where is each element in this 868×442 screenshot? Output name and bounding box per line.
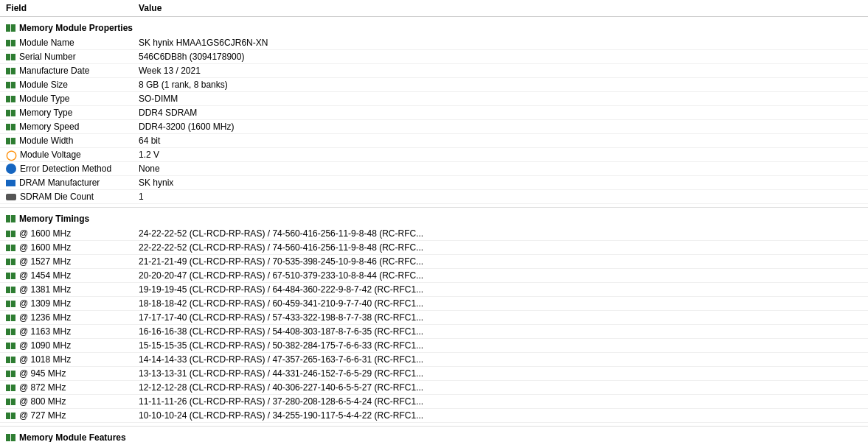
voltage-icon: ◯ <box>6 150 16 160</box>
section-title-memory-timings: Memory Timings <box>19 214 89 224</box>
field-sdram-die-count: SDRAM Die Count <box>6 192 139 202</box>
value-sdram-die-count: 1 <box>139 192 862 202</box>
table-row: @ 1018 MHz 14-14-14-33 (CL-RCD-RP-RAS) /… <box>0 353 868 367</box>
table-row: @ 800 MHz 11-11-11-26 (CL-RCD-RP-RAS) / … <box>0 395 868 409</box>
table-row: Error Detection Method None <box>0 162 868 176</box>
table-row: Module Width 64 bit <box>0 134 868 148</box>
memory-module-properties-section: Memory Module Properties Module Name SK … <box>0 20 868 204</box>
row-icon <box>6 124 15 130</box>
row-icon <box>6 343 15 349</box>
memory-timings-section: Memory Timings @ 1600 MHz 24-22-22-52 (C… <box>0 211 868 423</box>
field-memory-type: Memory Type <box>6 108 139 118</box>
value-timing-872: 12-12-12-28 (CL-RCD-RP-RAS) / 40-306-227… <box>139 382 862 393</box>
row-icon <box>6 138 15 144</box>
row-icon <box>6 96 15 102</box>
row-icon <box>6 54 15 60</box>
row-icon <box>6 301 15 307</box>
field-timing-1454: @ 1454 MHz <box>6 270 139 281</box>
value-dram-manufacturer: SK hynix <box>139 178 862 188</box>
value-timing-1527: 21-21-21-49 (CL-RCD-RP-RAS) / 70-535-398… <box>139 256 862 267</box>
row-icon <box>6 40 15 46</box>
value-timing-945: 13-13-13-31 (CL-RCD-RP-RAS) / 44-331-246… <box>139 368 862 379</box>
section-header-memory-module: Memory Module Properties <box>0 20 868 36</box>
value-timing-1090: 15-15-15-35 (CL-RCD-RP-RAS) / 50-382-284… <box>139 340 862 351</box>
field-timing-1600b: @ 1600 MHz <box>6 242 139 253</box>
section-title-memory-module: Memory Module Properties <box>19 23 133 33</box>
value-memory-speed: DDR4-3200 (1600 MHz) <box>139 122 862 132</box>
value-error-detection: None <box>139 164 862 174</box>
field-dram-manufacturer: DRAM Manufacturer <box>6 178 139 188</box>
value-module-type: SO-DIMM <box>139 94 862 104</box>
field-timing-1309: @ 1309 MHz <box>6 298 139 309</box>
field-error-detection: Error Detection Method <box>6 164 139 174</box>
error-icon <box>6 164 16 174</box>
row-icon <box>6 329 15 335</box>
table-row: Serial Number 546C6DB8h (3094178900) <box>0 50 868 64</box>
field-timing-1018: @ 1018 MHz <box>6 354 139 365</box>
main-container: Field Value Memory Module Properties Mod… <box>0 0 868 442</box>
sdram-icon <box>6 194 16 200</box>
section-icon <box>6 24 15 32</box>
field-timing-1381: @ 1381 MHz <box>6 284 139 295</box>
value-module-size: 8 GB (1 rank, 8 banks) <box>139 80 862 90</box>
table-row: DRAM Manufacturer SK hynix <box>0 176 868 190</box>
field-memory-speed: Memory Speed <box>6 122 139 132</box>
table-header: Field Value <box>0 0 868 17</box>
section-header-memory-timings: Memory Timings <box>0 211 868 227</box>
field-timing-1600a: @ 1600 MHz <box>6 228 139 239</box>
section-divider <box>0 207 868 208</box>
value-timing-1163: 16-16-16-38 (CL-RCD-RP-RAS) / 54-408-303… <box>139 326 862 337</box>
field-timing-1163: @ 1163 MHz <box>6 326 139 337</box>
section-header-memory-features: Memory Module Features <box>0 429 868 442</box>
field-module-type: Module Type <box>6 94 139 104</box>
row-icon <box>6 399 15 405</box>
row-icon <box>6 110 15 116</box>
table-row: @ 1309 MHz 18-18-18-42 (CL-RCD-RP-RAS) /… <box>0 297 868 311</box>
table-row: @ 1600 MHz 22-22-22-52 (CL-RCD-RP-RAS) /… <box>0 241 868 255</box>
table-row: Memory Speed DDR4-3200 (1600 MHz) <box>0 120 868 134</box>
row-icon <box>6 287 15 293</box>
field-timing-945: @ 945 MHz <box>6 368 139 379</box>
row-icon <box>6 385 15 391</box>
table-row: @ 872 MHz 12-12-12-28 (CL-RCD-RP-RAS) / … <box>0 381 868 395</box>
value-module-width: 64 bit <box>139 136 862 146</box>
field-timing-727: @ 727 MHz <box>6 410 139 421</box>
field-timing-1236: @ 1236 MHz <box>6 312 139 323</box>
table-row: @ 1163 MHz 16-16-16-38 (CL-RCD-RP-RAS) /… <box>0 325 868 339</box>
table-row: SDRAM Die Count 1 <box>0 190 868 204</box>
value-module-name: SK hynix HMAA1GS6CJR6N-XN <box>139 38 862 48</box>
table-row: @ 727 MHz 10-10-10-24 (CL-RCD-RP-RAS) / … <box>0 409 868 423</box>
row-icon <box>6 259 15 265</box>
value-timing-1236: 17-17-17-40 (CL-RCD-RP-RAS) / 57-433-322… <box>139 312 862 323</box>
value-serial-number: 546C6DB8h (3094178900) <box>139 52 862 62</box>
row-icon <box>6 371 15 377</box>
value-timing-1600b: 22-22-22-52 (CL-RCD-RP-RAS) / 74-560-416… <box>139 242 862 253</box>
table-row: Module Size 8 GB (1 rank, 8 banks) <box>0 78 868 92</box>
field-timing-872: @ 872 MHz <box>6 382 139 393</box>
value-timing-800: 11-11-11-26 (CL-RCD-RP-RAS) / 37-280-208… <box>139 396 862 407</box>
row-icon <box>6 231 15 237</box>
table-row: @ 945 MHz 13-13-13-31 (CL-RCD-RP-RAS) / … <box>0 367 868 381</box>
field-module-name: Module Name <box>6 38 139 48</box>
table-row: Manufacture Date Week 13 / 2021 <box>0 64 868 78</box>
field-module-voltage: ◯ Module Voltage <box>6 150 139 160</box>
value-timing-1600a: 24-22-22-52 (CL-RCD-RP-RAS) / 74-560-416… <box>139 228 862 239</box>
table-row: Memory Type DDR4 SDRAM <box>0 106 868 120</box>
table-row: @ 1236 MHz 17-17-17-40 (CL-RCD-RP-RAS) /… <box>0 311 868 325</box>
field-manufacture-date: Manufacture Date <box>6 66 139 76</box>
row-icon <box>6 68 15 74</box>
row-icon <box>6 357 15 363</box>
value-timing-1309: 18-18-18-42 (CL-RCD-RP-RAS) / 60-459-341… <box>139 298 862 309</box>
field-timing-800: @ 800 MHz <box>6 396 139 407</box>
value-timing-1018: 14-14-14-33 (CL-RCD-RP-RAS) / 47-357-265… <box>139 354 862 365</box>
row-icon <box>6 82 15 88</box>
row-icon <box>6 245 15 251</box>
table-row: Module Name SK hynix HMAA1GS6CJR6N-XN <box>0 36 868 50</box>
value-timing-1381: 19-19-19-45 (CL-RCD-RP-RAS) / 64-484-360… <box>139 284 862 295</box>
row-icon <box>6 413 15 419</box>
table-row: @ 1600 MHz 24-22-22-52 (CL-RCD-RP-RAS) /… <box>0 227 868 241</box>
value-timing-727: 10-10-10-24 (CL-RCD-RP-RAS) / 34-255-190… <box>139 410 862 421</box>
dram-icon <box>6 180 15 186</box>
field-serial-number: Serial Number <box>6 52 139 62</box>
table-row: ◯ Module Voltage 1.2 V <box>0 148 868 162</box>
